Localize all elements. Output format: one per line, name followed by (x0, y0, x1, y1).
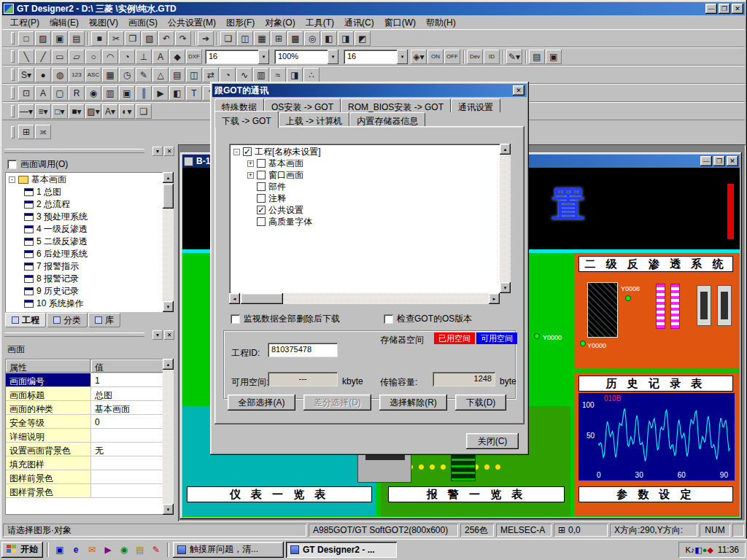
property-row[interactable]: 图样背景色 (6, 484, 163, 498)
tree-vscrollbar[interactable]: ▲ ▼ (500, 144, 511, 293)
tree-item-checkbox[interactable] (257, 206, 266, 214)
property-value-cell[interactable] (91, 470, 163, 483)
outlook-icon[interactable]: ✉ (85, 542, 99, 557)
screen-call-row[interactable]: 画面调用(O) (2, 157, 177, 171)
paint-icon[interactable]: ✎ (149, 542, 163, 557)
multi-action-icon[interactable]: ◧ (169, 86, 185, 101)
toolbar-separator[interactable] (214, 31, 220, 46)
property-value-cell[interactable]: 0 (91, 415, 163, 428)
snap-grid-icon[interactable]: ⊞ (18, 125, 34, 139)
restore-icon[interactable]: ❐ (719, 4, 730, 14)
download-tree-item[interactable]: 公共设置 (231, 204, 499, 216)
numeric-input-icon[interactable]: ⊡ (18, 86, 34, 101)
menu-item[interactable]: 公共设置(M) (163, 15, 221, 31)
property-row[interactable]: 填充图样 (6, 456, 163, 470)
screen-tree-item[interactable]: 5 二级反渗透 (7, 236, 162, 248)
scatter-graph-icon[interactable]: ∴ (303, 68, 320, 82)
property-row[interactable]: 设置画面背景色 无 (6, 443, 163, 456)
menu-item[interactable]: 编辑(E) (44, 15, 84, 31)
property-name-cell[interactable]: 填充图样 (6, 456, 91, 470)
dialog-button[interactable]: 下载(D) (455, 394, 506, 411)
bit-lamp-icon[interactable]: ● (35, 68, 51, 82)
grid-icon[interactable]: ▩ (287, 31, 303, 46)
ascii-input-icon[interactable]: A (35, 86, 51, 101)
off-button[interactable]: OFF (444, 50, 460, 64)
folder-icon[interactable]: ▤ (133, 542, 147, 557)
property-value-cell[interactable]: 总图 (91, 387, 163, 400)
tree-expand-icon[interactable]: - (233, 149, 240, 155)
new-icon[interactable]: □ (18, 31, 34, 46)
trend-graph-icon[interactable]: ≈ (270, 68, 286, 82)
preview-icon[interactable]: ◎ (304, 31, 320, 46)
dialog-close-icon[interactable]: ✕ (513, 85, 525, 96)
edit-vertex-icon[interactable]: 3€ (35, 125, 51, 139)
property-name-cell[interactable]: 画面编号 (6, 373, 91, 386)
screen-image-icon[interactable]: ■ (91, 31, 107, 46)
panel-close-icon[interactable]: ✕ (164, 147, 174, 156)
menu-item[interactable]: 画面(S) (123, 15, 163, 31)
workspace-tab[interactable]: 库 (88, 313, 120, 327)
parts-list-icon[interactable]: ◨ (338, 31, 354, 46)
menu-item[interactable]: 工具(T) (301, 15, 339, 31)
touch-key-icon[interactable]: ▢ (52, 86, 68, 101)
property-value-cell[interactable] (91, 484, 163, 497)
delete-monitor-data-checkbox[interactable] (231, 314, 240, 324)
bar-graph-icon[interactable]: ▥ (253, 68, 269, 82)
screen-tree-item[interactable]: 10 系统操作 (7, 298, 162, 310)
toolbar-grip[interactable] (11, 86, 15, 100)
scroll-down-icon[interactable]: ▼ (163, 504, 174, 515)
line-icon[interactable]: ╲ (18, 50, 34, 64)
menu-item[interactable]: 对象(O) (260, 15, 300, 31)
property-row[interactable]: 详细说明 (6, 429, 163, 443)
workspace-tab[interactable]: 分类 (47, 313, 88, 327)
property-name-cell[interactable]: 安全等级 (6, 415, 91, 428)
download-tree-item[interactable]: 高质量字体 (231, 216, 499, 228)
zoom-combo[interactable]: 100% ▾ (274, 50, 338, 64)
menu-item[interactable]: 通讯(C) (339, 15, 379, 31)
check-os-version-checkbox[interactable] (384, 314, 393, 324)
line-graph-icon[interactable]: ∿ (236, 68, 252, 82)
recipe-icon[interactable]: R (69, 86, 85, 101)
task-button[interactable]: GT Designer2 - ... (286, 542, 397, 558)
window-tile-icon[interactable]: ◫ (237, 31, 253, 46)
menu-item[interactable]: 视图(V) (84, 15, 123, 31)
toolbar-grip[interactable] (11, 125, 15, 139)
property-name-cell[interactable]: 画面的种类 (6, 401, 91, 414)
menu-item[interactable]: 图形(F) (221, 15, 260, 31)
property-name-cell[interactable]: 图样前景色 (6, 470, 91, 483)
property-name-cell[interactable]: 图样背景色 (6, 484, 91, 497)
text-icon[interactable]: A (152, 50, 169, 64)
property-value-cell[interactable]: 无 (91, 443, 163, 456)
paint-bucket-icon[interactable]: ◈▾ (411, 50, 427, 64)
property-row[interactable]: 画面编号 1 (6, 373, 163, 387)
scroll-left-icon[interactable]: ◄ (229, 293, 240, 304)
check-os-version-row[interactable]: 检查GOT的OS版本 (384, 313, 472, 325)
property-row[interactable]: 图样前景色 (6, 470, 163, 484)
alarm-list-icon[interactable]: ▤ (169, 68, 185, 82)
dialog-tab[interactable]: 下载 -> GOT (214, 111, 279, 128)
property-panel-titlebar[interactable]: ▾ ✕ (2, 329, 177, 341)
dialog-tab[interactable]: 内置存储器信息 (349, 112, 425, 126)
scroll-right-icon[interactable]: ► (489, 293, 500, 304)
show-desktop-icon[interactable]: ▣ (53, 542, 67, 557)
toolbar-separator[interactable] (523, 50, 528, 64)
report-sheet-icon[interactable]: ▤ (529, 50, 545, 64)
switch-menu-icon[interactable]: S▾ (18, 68, 34, 82)
ascii-display-icon[interactable]: ASC (85, 68, 101, 82)
comment-display-icon[interactable]: ✎ (136, 68, 152, 82)
scroll-down-icon[interactable]: ▼ (163, 301, 174, 312)
toolbar-separator[interactable] (192, 31, 197, 46)
video-icon[interactable]: ▶ (152, 86, 169, 101)
property-scrollbar[interactable]: ▲ ▼ (163, 359, 174, 515)
fill-pattern-picker[interactable]: ▨▾ (85, 104, 101, 119)
parts-display-icon[interactable]: ◫ (186, 68, 202, 82)
redo-icon[interactable]: ↷ (175, 31, 191, 46)
hard-copy-icon[interactable]: ▣ (119, 86, 135, 101)
dialog-tab[interactable]: ROM_BIOS安装 -> GOT (341, 98, 451, 112)
got-communication-dialog[interactable]: 跟GOT的通讯 ✕ 特殊数据OS安装 -> GOTROM_BIOS安装 -> G… (210, 82, 529, 455)
line-width-picker[interactable]: ≡▾ (35, 104, 51, 119)
paste-icon[interactable]: ▧ (142, 31, 158, 46)
tree-item-checkbox[interactable] (257, 182, 266, 191)
display-icon[interactable]: ◧ (694, 545, 702, 554)
download-tree-item[interactable]: + 窗口画面 (231, 169, 499, 181)
